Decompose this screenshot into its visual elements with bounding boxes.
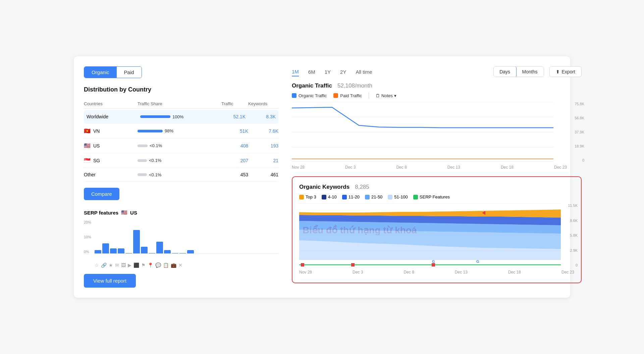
svg-rect-18 bbox=[432, 263, 435, 267]
pct-vn: 98% bbox=[165, 128, 173, 133]
x-dec23: Dec 23 bbox=[554, 165, 567, 170]
serp-y-labels: 20% 10% 0% bbox=[84, 220, 91, 254]
serp-bar-1 bbox=[102, 243, 109, 253]
serp-icon-2: ★ bbox=[109, 262, 113, 268]
period-1m[interactable]: 1M bbox=[292, 67, 299, 76]
serp-flag-label: US bbox=[130, 210, 137, 216]
kw-legend-serp: SERP Features bbox=[413, 194, 450, 199]
kw-legend-top3: Top 3 bbox=[299, 194, 316, 199]
flag-vn: 🇻🇳 bbox=[84, 128, 91, 134]
period-1y[interactable]: 1Y bbox=[325, 67, 331, 76]
serp-icon-1: 🔗 bbox=[101, 262, 107, 268]
serp-bar-7 bbox=[149, 253, 155, 253]
flag-us: 🇺🇸 bbox=[84, 142, 91, 149]
serp-bar-11 bbox=[179, 253, 186, 253]
kw-label-4-10: 4-10 bbox=[328, 194, 337, 199]
legend-organic: Organic Traffic bbox=[292, 93, 327, 98]
export-icon: ⬆ bbox=[556, 69, 560, 74]
kw-us: 193 bbox=[248, 143, 278, 149]
traffic-vn: 51K bbox=[221, 128, 248, 134]
legend-organic-label: Organic Traffic bbox=[299, 93, 327, 98]
serp-icon-3: ✉ bbox=[115, 262, 119, 268]
kw-header: Organic Keywords 8,285 bbox=[299, 184, 574, 190]
kw-dot-11-20 bbox=[342, 195, 347, 199]
serp-bar-9 bbox=[164, 250, 171, 253]
legend-dot-organic bbox=[292, 93, 297, 98]
traffic-bar-sg: <0.1% bbox=[138, 158, 221, 163]
traffic-us: 408 bbox=[221, 143, 248, 149]
months-button[interactable]: Months bbox=[516, 67, 544, 77]
kw-label-51-100: 51-100 bbox=[394, 194, 408, 199]
serp-icon-11: 💼 bbox=[171, 262, 176, 268]
traffic-x-labels: Nov 28 Dec 3 Dec 8 Dec 13 Dec 18 Dec 23 bbox=[292, 164, 567, 171]
kw-legend-4-10: 4-10 bbox=[322, 194, 337, 199]
serp-icons: ☆ 🔗 ★ ✉ 🖼 ▶ ⬛ ⚑ 📍 💬 📋 💼 ✕ bbox=[95, 262, 278, 268]
serp-bar-5 bbox=[133, 230, 140, 253]
kw-x-dec3: Dec 3 bbox=[353, 270, 363, 275]
serp-bar-0 bbox=[95, 250, 101, 253]
period-2y[interactable]: 2Y bbox=[340, 67, 346, 76]
bar bbox=[138, 159, 147, 162]
y-0: 0 bbox=[575, 158, 584, 162]
serp-flag: 🇺🇸 bbox=[121, 210, 127, 216]
left-panel: Organic Paid Distribution by Country Cou… bbox=[84, 66, 278, 288]
x-dec13: Dec 13 bbox=[447, 165, 460, 170]
table-row: Worldwide 100% 52.1K 8.3K bbox=[84, 110, 278, 124]
kw-chart-svg: G G bbox=[299, 203, 574, 267]
view-full-report-button[interactable]: View full report bbox=[84, 274, 136, 288]
distribution-section: Distribution by Country Countries Traffi… bbox=[84, 86, 278, 182]
right-panel: 1M 6M 1Y 2Y All time Days Months ⬆ Expor… bbox=[292, 66, 582, 288]
tab-paid[interactable]: Paid bbox=[117, 67, 142, 78]
col-traffic-share: Traffic Share bbox=[138, 101, 221, 106]
time-nav: 1M 6M 1Y 2Y All time Days Months ⬆ Expor… bbox=[292, 66, 582, 77]
kw-label-11-20: 11-20 bbox=[348, 194, 360, 199]
flag-sg: 🇸🇬 bbox=[84, 157, 91, 164]
bar bbox=[138, 173, 147, 176]
y-0: 0% bbox=[84, 250, 91, 254]
country-other: Other bbox=[84, 172, 138, 177]
serp-title-text: SERP features bbox=[84, 210, 118, 216]
keywords-section: Biểu đồ thứ hạng từ khoá Organic Keyword… bbox=[292, 176, 582, 283]
serp-bar-2 bbox=[110, 248, 117, 253]
y-568: 56.8K bbox=[575, 116, 584, 120]
svg-text:G: G bbox=[432, 259, 435, 263]
kw-x-dec18: Dec 18 bbox=[508, 270, 521, 275]
serp-icon-0: ☆ bbox=[95, 262, 99, 268]
serp-bar-8 bbox=[156, 242, 163, 253]
traffic-chart-wrapper: 75.8K 56.8K 37.9K 18.9K 0 bbox=[292, 102, 582, 164]
serp-icon-8: 📍 bbox=[148, 262, 153, 268]
period-alltime[interactable]: All time bbox=[356, 67, 372, 76]
notes-chevron: ▾ bbox=[394, 93, 396, 98]
kw-x-dec23: Dec 23 bbox=[561, 270, 574, 275]
country-label: Other bbox=[84, 172, 96, 177]
pct-sg: <0.1% bbox=[149, 158, 161, 163]
kw-dot-serp bbox=[413, 195, 418, 199]
country-label: VN bbox=[93, 128, 100, 134]
ot-header: Organic Traffic 52,108/month bbox=[292, 82, 582, 89]
table-row: 🇻🇳 VN 98% 51K 7.6K bbox=[84, 124, 278, 138]
traffic-bar-vn: 98% bbox=[138, 128, 221, 133]
kw-y-labels: 11.5K 8.6K 5.8K 2.9K 0 bbox=[568, 203, 578, 267]
y-86k: 8.6K bbox=[568, 219, 578, 223]
country-worldwide: Worldwide bbox=[87, 114, 140, 119]
serp-title: SERP features 🇺🇸 US bbox=[84, 210, 278, 216]
tab-organic[interactable]: Organic bbox=[84, 67, 117, 78]
notes-button[interactable]: 🗒 Notes ▾ bbox=[376, 93, 396, 98]
pct-other: <0.1% bbox=[149, 172, 161, 177]
period-6m[interactable]: 6M bbox=[308, 67, 315, 76]
legend-paid: Paid Traffic bbox=[333, 93, 362, 98]
kw-title: Organic Keywords bbox=[299, 184, 350, 190]
svg-rect-17 bbox=[351, 263, 355, 267]
y-58k: 5.8K bbox=[568, 233, 578, 237]
traffic-bar-other: <0.1% bbox=[138, 172, 221, 177]
days-button[interactable]: Days bbox=[493, 66, 517, 77]
traffic-other: 453 bbox=[221, 172, 248, 177]
serp-icon-10: 📋 bbox=[163, 262, 169, 268]
compare-button[interactable]: Compare bbox=[84, 188, 119, 200]
export-button[interactable]: ⬆ Export bbox=[549, 66, 582, 77]
country-label: US bbox=[93, 143, 100, 149]
serp-icon-4: 🖼 bbox=[121, 262, 126, 268]
time-period-buttons: 1M 6M 1Y 2Y All time bbox=[292, 67, 372, 76]
kw-dot-51-100 bbox=[388, 195, 392, 199]
country-label: Worldwide bbox=[87, 114, 108, 119]
